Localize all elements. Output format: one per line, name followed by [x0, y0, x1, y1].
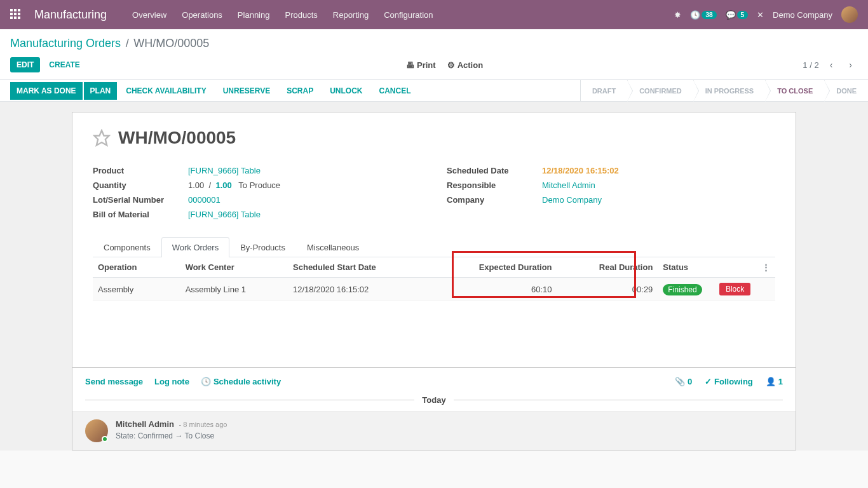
- company-switcher[interactable]: Demo Company: [773, 10, 832, 20]
- responsible-link[interactable]: Mitchell Admin: [542, 180, 595, 190]
- user-avatar[interactable]: [841, 6, 858, 23]
- schedule-activity-button[interactable]: 🕓Schedule activity: [201, 377, 281, 386]
- pager: 1 / 2 ‹ ›: [803, 57, 858, 73]
- tab-by-products[interactable]: By-Products: [229, 237, 296, 257]
- bom-link[interactable]: [FURN_9666] Table: [188, 210, 261, 219]
- stage-done[interactable]: DONE: [824, 80, 868, 101]
- cell-operation: Assembly: [93, 278, 180, 301]
- stage-to-close[interactable]: TO CLOSE: [765, 80, 824, 101]
- action-button[interactable]: ⚙Action: [447, 60, 483, 70]
- th-status[interactable]: Status: [658, 257, 712, 278]
- menu-configuration[interactable]: Configuration: [384, 10, 433, 20]
- log-entry: Mitchell Admin - 8 minutes ago State: Co…: [72, 411, 796, 450]
- pager-prev-icon[interactable]: ‹: [824, 57, 839, 73]
- pager-next-icon[interactable]: ›: [843, 57, 858, 73]
- mark-as-done-button[interactable]: MARK AS DONE: [10, 82, 83, 100]
- date-separator: Today: [72, 395, 796, 405]
- menu-operations[interactable]: Operations: [182, 10, 222, 20]
- following-button[interactable]: ✓Following: [705, 377, 753, 386]
- th-work-center[interactable]: Work Center: [180, 257, 288, 278]
- log-change: State: Confirmed → To Close: [116, 431, 227, 440]
- favorite-star-icon[interactable]: [93, 129, 111, 147]
- breadcrumb: Manufacturing Orders / WH/MO/00005: [0, 29, 868, 53]
- check-availability-button[interactable]: CHECK AVAILABILITY: [118, 82, 214, 100]
- messages-icon[interactable]: 💬5: [726, 10, 749, 20]
- th-real-duration[interactable]: Real Duration: [557, 257, 658, 278]
- block-button[interactable]: Block: [719, 283, 750, 295]
- create-button[interactable]: CREATE: [43, 57, 86, 72]
- app-brand[interactable]: Manufacturing: [34, 8, 107, 22]
- svg-marker-0: [94, 130, 109, 145]
- print-button[interactable]: 🖶Print: [406, 60, 436, 70]
- print-icon: 🖶: [406, 60, 414, 70]
- cancel-button[interactable]: CANCEL: [372, 82, 419, 100]
- apps-icon[interactable]: [10, 9, 22, 20]
- scheduled-date-label: Scheduled Date: [447, 166, 542, 175]
- quantity-value: 1.00 / 1.00 To Produce: [188, 180, 421, 190]
- work-orders-table: Operation Work Center Scheduled Start Da…: [93, 257, 775, 301]
- messages-badge: 5: [737, 11, 749, 19]
- cell-work-center: Assembly Line 1: [180, 278, 288, 301]
- control-panel: EDIT CREATE 🖶Print ⚙Action 1 / 2 ‹ ›: [0, 53, 868, 80]
- paperclip-icon: 📎: [675, 377, 685, 386]
- notebook-tabs: Components Work Orders By-Products Misce…: [93, 237, 775, 257]
- menu-planning[interactable]: Planning: [238, 10, 270, 20]
- stage-in-progress[interactable]: IN PROGRESS: [693, 80, 765, 101]
- log-time: - 8 minutes ago: [179, 421, 227, 428]
- top-navbar: Manufacturing Overview Operations Planni…: [0, 0, 868, 29]
- unlock-button[interactable]: UNLOCK: [322, 82, 370, 100]
- menu-overview[interactable]: Overview: [132, 10, 166, 20]
- breadcrumb-separator: /: [126, 37, 129, 50]
- menu-products[interactable]: Products: [285, 10, 317, 20]
- th-scheduled-start[interactable]: Scheduled Start Date: [288, 257, 423, 278]
- stage-draft[interactable]: DRAFT: [580, 80, 627, 101]
- tab-work-orders[interactable]: Work Orders: [161, 237, 229, 257]
- th-expected-duration[interactable]: Expected Duration: [423, 257, 557, 278]
- menu-reporting[interactable]: Reporting: [333, 10, 369, 20]
- activities-icon[interactable]: 🕓38: [690, 10, 716, 20]
- tab-components[interactable]: Components: [93, 237, 161, 257]
- pager-text[interactable]: 1 / 2: [803, 60, 818, 70]
- attachments-button[interactable]: 📎0: [675, 377, 692, 386]
- scheduled-date-value: 12/18/2020 16:15:02: [542, 166, 619, 175]
- company-link[interactable]: Demo Company: [542, 195, 602, 205]
- breadcrumb-root[interactable]: Manufacturing Orders: [10, 37, 121, 50]
- product-link[interactable]: [FURN_9666] Table: [188, 166, 261, 175]
- tab-miscellaneous[interactable]: Miscellaneous: [296, 237, 370, 257]
- send-message-button[interactable]: Send message: [85, 377, 143, 386]
- table-row[interactable]: Assembly Assembly Line 1 12/18/2020 16:1…: [93, 278, 775, 301]
- bug-icon[interactable]: ✸: [674, 10, 681, 20]
- log-note-button[interactable]: Log note: [154, 377, 189, 386]
- responsible-label: Responsible: [447, 180, 542, 190]
- breadcrumb-current: WH/MO/00005: [133, 37, 209, 50]
- company-label: Company: [447, 195, 542, 205]
- cell-real: 00:29: [557, 278, 658, 301]
- gear-icon: ⚙: [447, 60, 455, 70]
- stage-confirmed[interactable]: CONFIRMED: [627, 80, 693, 101]
- lot-link[interactable]: 0000001: [188, 195, 220, 205]
- kebab-icon[interactable]: ⋮: [762, 262, 770, 272]
- activities-badge: 38: [702, 11, 716, 19]
- page-title: WH/MO/00005: [118, 128, 236, 148]
- top-menu: Overview Operations Planning Products Re…: [132, 10, 433, 20]
- cell-scheduled: 12/18/2020 16:15:02: [288, 278, 423, 301]
- tools-icon[interactable]: ✕: [757, 10, 764, 20]
- followers-button[interactable]: 👤1: [766, 377, 783, 386]
- stage-arrows: DRAFT CONFIRMED IN PROGRESS TO CLOSE DON…: [580, 80, 868, 101]
- person-icon: 👤: [766, 377, 776, 386]
- log-author[interactable]: Mitchell Admin: [116, 419, 174, 429]
- bom-label: Bill of Material: [93, 210, 188, 219]
- status-badge: Finished: [663, 284, 702, 295]
- form-sheet: WH/MO/00005 Product[FURN_9666] Table Qua…: [72, 112, 796, 368]
- th-operation[interactable]: Operation: [93, 257, 180, 278]
- cell-expected: 60:10: [423, 278, 557, 301]
- log-avatar[interactable]: [85, 419, 108, 442]
- clock-icon: 🕓: [201, 377, 211, 386]
- plan-button[interactable]: PLAN: [84, 82, 118, 100]
- unreserve-button[interactable]: UNRESERVE: [215, 82, 278, 100]
- scrap-button[interactable]: SCRAP: [279, 82, 321, 100]
- product-label: Product: [93, 166, 188, 175]
- check-icon: ✓: [705, 377, 712, 386]
- status-bar: MARK AS DONE PLAN CHECK AVAILABILITY UNR…: [0, 80, 868, 102]
- edit-button[interactable]: EDIT: [10, 57, 40, 72]
